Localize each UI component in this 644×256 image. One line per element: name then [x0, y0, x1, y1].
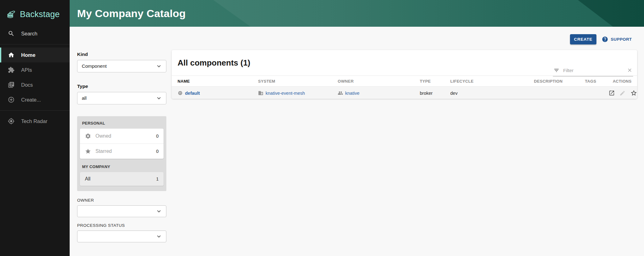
catalog-heading: All components (1): [178, 58, 250, 68]
plus-circle-icon: [8, 96, 15, 103]
filter-item-count: 1: [156, 176, 159, 181]
chevron-down-icon: [155, 233, 162, 240]
system-name: knative-event-mesh: [266, 91, 305, 96]
filter-item-count: 0: [156, 134, 159, 139]
filter-item-starred[interactable]: Starred 0: [80, 144, 164, 159]
type-label: Type: [77, 84, 166, 89]
create-button[interactable]: CREATE: [570, 34, 596, 44]
entity-name-link[interactable]: default: [178, 90, 252, 96]
open-in-new-icon[interactable]: [609, 90, 615, 96]
catalog-card: All components (1) NAME SYSTEM OWNER TYP…: [172, 50, 637, 99]
owner-link[interactable]: knative: [338, 90, 414, 96]
home-icon: [8, 52, 15, 58]
catalog-card-header: All components (1): [172, 50, 637, 75]
column-header-type[interactable]: TYPE: [414, 76, 444, 87]
table-filter-input[interactable]: [563, 67, 624, 73]
help-icon: [602, 36, 608, 43]
row-actions: [609, 89, 637, 97]
sidebar-divider: [0, 110, 70, 111]
owner-name: knative: [345, 91, 359, 96]
puzzle-icon: [8, 66, 15, 73]
company-section-title: MY COMPANY: [82, 164, 164, 169]
sidebar: Backstage Search Home APIs Docs Create..…: [0, 0, 70, 256]
components-table: NAME SYSTEM OWNER TYPE LIFECYCLE DESCRIP…: [172, 75, 637, 99]
filter-item-count: 0: [156, 149, 159, 154]
owner-select[interactable]: [77, 205, 166, 217]
filter-item-label: Starred: [95, 149, 152, 154]
edit-pencil-icon[interactable]: [619, 90, 625, 96]
filter-item-label: All: [85, 176, 156, 182]
gear-icon: [85, 133, 91, 139]
system-link[interactable]: knative-event-mesh: [258, 90, 332, 96]
column-header-actions: ACTIONS: [603, 76, 637, 87]
column-header-tags[interactable]: TAGS: [579, 76, 603, 87]
column-header-lifecycle[interactable]: LIFECYCLE: [444, 76, 528, 87]
sidebar-divider: [0, 44, 70, 44]
star-outline-icon[interactable]: [630, 89, 637, 97]
type-select[interactable]: all: [77, 92, 166, 104]
docs-icon: [8, 81, 15, 88]
kind-select-value: Component: [82, 63, 107, 69]
sidebar-item-label: Docs: [21, 82, 33, 88]
column-header-description[interactable]: DESCRIPTION: [528, 76, 579, 87]
processing-status-select[interactable]: [77, 231, 166, 242]
backstage-logo[interactable]: Backstage: [0, 0, 70, 22]
processing-status-label: PROCESSING STATUS: [77, 223, 166, 228]
sidebar-item-label: Home: [21, 52, 35, 58]
filter-item-all[interactable]: All 1: [80, 172, 164, 186]
chevron-down-icon: [155, 95, 162, 102]
sidebar-item-apis[interactable]: APIs: [0, 62, 70, 77]
support-button[interactable]: SUPPORT: [600, 34, 634, 44]
sidebar-item-label: APIs: [21, 67, 32, 73]
support-label: SUPPORT: [611, 37, 632, 42]
filter-item-owned[interactable]: Owned 0: [80, 129, 164, 144]
personal-list: Owned 0 Starred 0: [80, 129, 164, 159]
table-header-row: NAME SYSTEM OWNER TYPE LIFECYCLE DESCRIP…: [172, 76, 637, 87]
sidebar-item-docs[interactable]: Docs: [0, 77, 70, 92]
table-row: default knative-event-mesh knative: [172, 87, 637, 99]
type-select-value: all: [82, 95, 87, 101]
sidebar-item-home[interactable]: Home: [0, 48, 70, 62]
table-filter: [553, 65, 633, 76]
backstage-logo-icon: [6, 9, 17, 20]
type-cell: broker: [414, 87, 444, 99]
tags-cell: [579, 87, 603, 99]
kind-select[interactable]: Component: [77, 60, 166, 72]
filter-item-label: Owned: [95, 133, 152, 139]
search-icon: [8, 30, 15, 37]
sidebar-item-label: Create...: [21, 97, 41, 103]
sidebar-item-tech-radar[interactable]: Tech Radar: [0, 114, 70, 129]
sidebar-item-label: Tech Radar: [21, 118, 47, 124]
building-icon: [258, 90, 263, 96]
column-header-name[interactable]: NAME: [172, 76, 252, 87]
column-header-owner[interactable]: OWNER: [332, 76, 414, 87]
page-title: My Company Catalog: [77, 7, 186, 20]
entity-picker-panel: PERSONAL Owned 0 Starred 0 MY COMPANY Al…: [77, 116, 166, 191]
sidebar-item-search[interactable]: Search: [0, 26, 70, 41]
owner-filter: OWNER: [77, 198, 166, 217]
column-header-system[interactable]: SYSTEM: [252, 76, 332, 87]
radar-icon: [8, 118, 15, 125]
owner-label: OWNER: [77, 198, 166, 203]
type-filter: Type all: [77, 84, 166, 104]
entity-name: default: [185, 91, 200, 96]
lifecycle-cell: dev: [444, 87, 528, 99]
backstage-logo-text: Backstage: [20, 10, 60, 19]
kind-label: Kind: [77, 52, 166, 57]
chevron-down-icon: [155, 63, 162, 70]
page-header: My Company Catalog: [70, 0, 644, 27]
kind-filter: Kind Component: [77, 52, 166, 72]
star-icon: [85, 148, 91, 154]
clear-filter-icon[interactable]: [627, 67, 632, 73]
chip-icon: [178, 90, 183, 96]
description-cell: [528, 87, 579, 99]
filter-list-icon: [554, 67, 559, 73]
backstage-app: Backstage Search Home APIs Docs Create..…: [0, 0, 644, 256]
sidebar-item-label: Search: [21, 31, 37, 37]
personal-section-title: PERSONAL: [82, 121, 164, 126]
processing-status-filter: PROCESSING STATUS: [77, 223, 166, 242]
chevron-down-icon: [155, 208, 162, 215]
sidebar-item-create[interactable]: Create...: [0, 92, 70, 107]
group-icon: [338, 90, 343, 96]
